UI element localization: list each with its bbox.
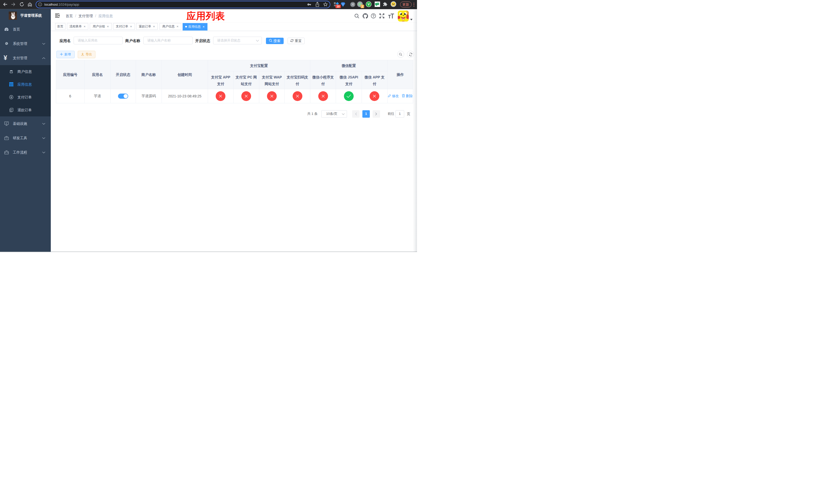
svg-text:V: V — [368, 3, 370, 6]
svg-text:⌘: ⌘ — [351, 3, 354, 6]
